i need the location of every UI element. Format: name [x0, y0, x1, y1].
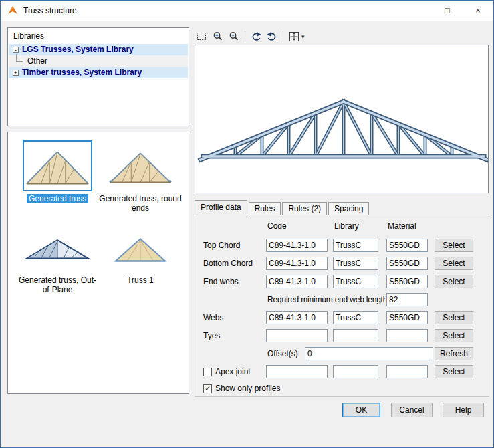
thumbnail-label: Generated truss, round ends [98, 194, 183, 213]
cancel-button[interactable]: Cancel [391, 403, 433, 417]
offset-row: Offset(s) Refresh [195, 347, 489, 362]
offset-input[interactable] [305, 347, 433, 360]
min-end-web-length-label: Required minimum end web length [267, 295, 388, 304]
webs-library-input[interactable] [333, 311, 378, 324]
tab-profile-data[interactable]: Profile data [195, 200, 247, 215]
window-zoom-icon[interactable] [195, 30, 209, 43]
thumbnail-label: Generated truss [15, 194, 100, 203]
tree-item-lgs-trusses[interactable]: - LGS Trusses, System Library [9, 44, 188, 55]
profile-column-headers: Code Library Material [195, 221, 489, 236]
truss-thumbnail-image [108, 224, 173, 271]
truss-preview-viewport[interactable] [195, 45, 489, 193]
tree-item-timber-trusses[interactable]: + Timber trusses, System Library [9, 67, 188, 78]
tab-spacing[interactable]: Spacing [328, 202, 369, 215]
thumbnail-generated-truss[interactable] [23, 140, 92, 191]
apex-joint-material-input[interactable] [386, 365, 428, 378]
window-title: Truss structure [23, 6, 77, 15]
show-only-profiles-row: Show only profiles [195, 383, 489, 398]
tree-item-other[interactable]: Other [9, 55, 188, 67]
bottom-chord-library-input[interactable] [333, 257, 378, 270]
truss-preview-drawing [195, 45, 488, 193]
end-webs-material-input[interactable] [386, 275, 428, 288]
row-label: Webs [203, 313, 223, 322]
tab-rules-2[interactable]: Rules (2) [282, 202, 327, 215]
truss-gallery-panel: Generated truss Generated truss, round e… [7, 132, 189, 394]
profile-row-bottom-chord: Bottom Chord Select [195, 257, 489, 271]
row-label: Tyes [203, 331, 220, 340]
apex-joint-row: Apex joint Select [195, 365, 489, 380]
toolbar-dropdown-caret-icon[interactable]: ▾ [301, 33, 305, 40]
end-webs-select-button[interactable]: Select [435, 275, 473, 288]
zoom-out-icon[interactable] [227, 30, 241, 43]
thumbnail-label: Generated truss, Out-of-Plane [15, 275, 100, 294]
end-webs-library-input[interactable] [333, 275, 378, 288]
tree-elbow-icon [16, 54, 23, 62]
truss-thumbnail-image [108, 142, 173, 189]
webs-select-button[interactable]: Select [435, 311, 473, 324]
preview-toolbar: ▾ [195, 29, 489, 45]
thumbnail-generated-truss-round-ends[interactable] [106, 140, 175, 191]
material-column-header: Material [388, 221, 416, 231]
toolbar-separator [245, 31, 245, 42]
end-webs-code-input[interactable] [266, 275, 328, 288]
top-chord-select-button[interactable]: Select [435, 239, 473, 252]
app-icon [7, 5, 18, 16]
rotate-ccw-icon[interactable] [249, 30, 263, 43]
close-button[interactable]: × [463, 1, 493, 20]
pan-icon[interactable] [287, 30, 301, 43]
top-chord-material-input[interactable] [386, 239, 428, 252]
thumbnail-generated-truss-out-of-plane[interactable] [23, 222, 92, 273]
maximize-button[interactable]: □ [432, 1, 463, 20]
apex-joint-library-input[interactable] [333, 365, 378, 378]
ok-button[interactable]: OK [342, 403, 380, 417]
profile-row-end-webs: End webs Select [195, 275, 489, 290]
help-button[interactable]: Help [443, 403, 484, 417]
show-only-profiles-label: Show only profiles [215, 384, 280, 393]
rotate-cw-icon[interactable] [265, 30, 279, 43]
apex-joint-code-input[interactable] [266, 365, 328, 378]
bottom-chord-select-button[interactable]: Select [435, 257, 473, 270]
min-end-web-length-row: Required minimum end web length [195, 293, 489, 308]
webs-material-input[interactable] [386, 311, 428, 324]
top-chord-code-input[interactable] [266, 239, 328, 252]
tab-strip: Profile data Rules Rules (2) Spacing [195, 201, 489, 215]
profile-row-tyes: Tyes Select [195, 329, 489, 344]
tree-item-label: LGS Trusses, System Library [22, 44, 134, 55]
profile-row-top-chord: Top Chord Select [195, 239, 489, 253]
expand-icon[interactable]: + [13, 70, 19, 76]
bottom-chord-material-input[interactable] [386, 257, 428, 270]
min-end-web-length-input[interactable] [386, 293, 428, 306]
zoom-in-icon[interactable] [211, 30, 225, 43]
webs-code-input[interactable] [266, 311, 328, 324]
title-bar: Truss structure □ × [1, 1, 493, 21]
tyes-select-button[interactable]: Select [435, 329, 473, 342]
collapse-icon[interactable]: - [13, 47, 19, 53]
tyes-library-input[interactable] [333, 329, 378, 342]
row-label: Bottom Chord [203, 259, 253, 268]
refresh-button[interactable]: Refresh [435, 347, 473, 360]
apex-joint-select-button[interactable]: Select [435, 365, 473, 378]
code-column-header: Code [267, 221, 287, 231]
show-only-profiles-checkbox[interactable] [203, 384, 212, 393]
truss-thumbnail-image [25, 224, 90, 271]
toolbar-separator [283, 31, 283, 42]
row-label: Top Chord [203, 241, 240, 250]
tree-item-label: Timber trusses, System Library [22, 67, 142, 78]
tyes-code-input[interactable] [266, 329, 328, 342]
bottom-chord-code-input[interactable] [266, 257, 328, 270]
row-label: End webs [203, 277, 239, 286]
top-chord-library-input[interactable] [333, 239, 378, 252]
tab-rules[interactable]: Rules [249, 202, 281, 215]
apex-joint-checkbox[interactable] [203, 368, 212, 376]
thumbnail-label: Truss 1 [98, 275, 183, 285]
profile-row-webs: Webs Select [195, 311, 489, 326]
libraries-header: Libraries [13, 31, 44, 41]
thumbnail-truss-1[interactable] [106, 222, 175, 273]
library-column-header: Library [334, 221, 359, 231]
offset-label: Offset(s) [267, 349, 298, 358]
truss-thumbnail-image [25, 142, 90, 189]
libraries-panel: Libraries - LGS Trusses, System Library … [7, 27, 189, 126]
tyes-material-input[interactable] [386, 329, 428, 342]
tree-item-label: Other [27, 55, 47, 67]
truss-structure-dialog: Truss structure □ × Libraries - LGS Trus… [0, 0, 494, 448]
